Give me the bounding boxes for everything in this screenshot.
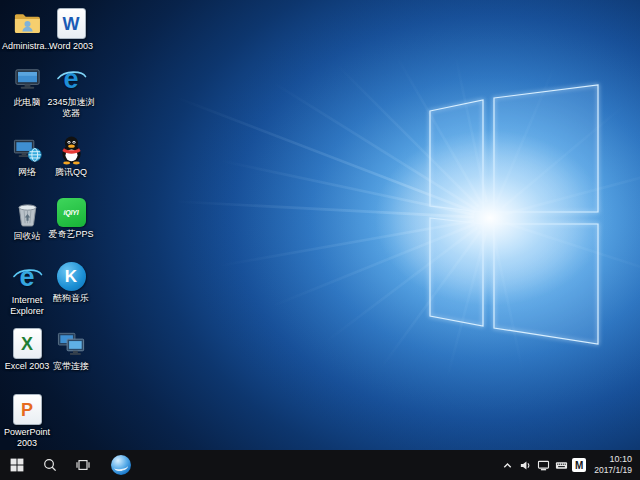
desktop-icon-label: 爱奇艺PPS [43, 229, 99, 240]
kugou-letter: K [65, 268, 77, 285]
desktop-icon-label: PowerPoint 2003 [0, 427, 55, 448]
search-icon [42, 457, 58, 473]
administrator-folder-icon [12, 8, 43, 39]
clock-time: 10:10 [609, 454, 632, 465]
windows-logo-icon [9, 457, 25, 473]
internet-explorer-icon: e [12, 262, 43, 293]
qq-penguin-icon [56, 134, 87, 165]
volume-button[interactable] [516, 450, 534, 480]
windows-desktop-screen: Administra... 此电脑 [0, 0, 640, 480]
touch-keyboard-button[interactable] [552, 450, 570, 480]
desktop-icon-label: 腾讯QQ [43, 167, 99, 178]
desktop-icon-broadband-connection[interactable]: 宽带连接 [49, 328, 93, 372]
desktop-icon-powerpoint-2003[interactable]: P PowerPoint 2003 [5, 394, 49, 448]
clock-date: 2017/1/19 [594, 465, 632, 476]
taskbar-clock[interactable]: 10:10 2017/1/19 [588, 450, 640, 480]
2345-browser-swoosh [56, 64, 87, 95]
browser-icon [111, 455, 131, 475]
task-view-icon [75, 457, 91, 473]
input-method-button[interactable]: M [570, 450, 588, 480]
desktop-icon-word-2003[interactable]: W Word 2003 [49, 8, 93, 52]
network-icon [12, 134, 43, 165]
network-icon [537, 459, 550, 472]
desktop-icon-label: Word 2003 [43, 41, 99, 52]
recycle-bin-icon [12, 198, 43, 229]
desktop[interactable]: Administra... 此电脑 [0, 0, 640, 450]
desktop-icon-label: 2345加速浏览器 [43, 97, 99, 118]
broadband-connection-icon [56, 328, 87, 359]
desktop-icon-label: 宽带连接 [43, 361, 99, 372]
keyboard-icon [555, 459, 568, 472]
powerpoint-letter: P [21, 401, 33, 419]
search-button[interactable] [33, 450, 66, 480]
start-button[interactable] [0, 450, 33, 480]
volume-icon [519, 459, 532, 472]
network-button[interactable] [534, 450, 552, 480]
system-tray: M 10:10 2017/1/19 [498, 450, 640, 480]
desktop-icon-kugou-music[interactable]: K 酷狗音乐 [49, 262, 93, 304]
desktop-icon-label: 酷狗音乐 [43, 293, 99, 304]
2345-browser-icon: e [56, 64, 87, 95]
word-2003-icon: W [57, 8, 86, 39]
hidden-icons-button[interactable] [498, 450, 516, 480]
windows-hero-wallpaper [0, 0, 640, 450]
task-view-button[interactable] [66, 450, 99, 480]
iqiyi-logo-text: iQIYI [64, 209, 79, 216]
powerpoint-2003-icon: P [13, 394, 42, 425]
excel-2003-icon: X [13, 328, 42, 359]
input-method-indicator: M [572, 458, 586, 472]
this-pc-icon [12, 64, 43, 95]
ie-swoosh [12, 262, 43, 293]
chevron-up-icon [501, 459, 514, 472]
pinned-browser-button[interactable] [104, 450, 137, 480]
taskbar-left-group [0, 450, 137, 480]
desktop-icon-internet-explorer[interactable]: e Internet Explorer [5, 262, 49, 316]
kugou-music-icon: K [57, 262, 86, 291]
desktop-icon-tencent-qq[interactable]: 腾讯QQ [49, 134, 93, 178]
taskbar: M 10:10 2017/1/19 [0, 450, 640, 480]
iqiyi-pps-icon: iQIYI [57, 198, 86, 227]
excel-letter: X [21, 335, 33, 353]
desktop-icon-iqiyi-pps[interactable]: iQIYI 爱奇艺PPS [49, 198, 93, 240]
word-letter: W [63, 15, 80, 33]
desktop-icon-2345-browser[interactable]: e 2345加速浏览器 [49, 64, 93, 118]
